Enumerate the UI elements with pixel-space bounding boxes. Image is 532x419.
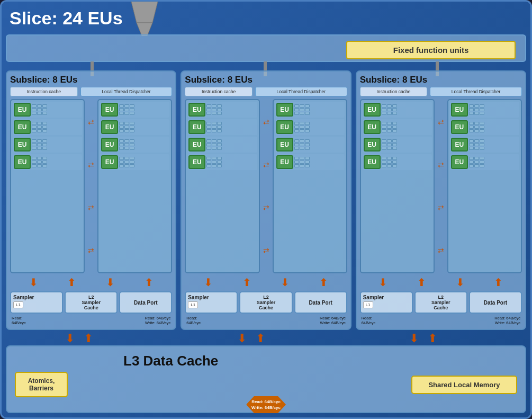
instr-cache-1: Instruction cache bbox=[10, 87, 78, 96]
l2-sampler-2-title: L2 Sampler Cache bbox=[257, 295, 276, 310]
subslice-1-header: Instruction cache Local Thread Dispatche… bbox=[10, 87, 172, 96]
l3-down-arrow-3: ⬇ bbox=[409, 332, 419, 345]
slice-title: Slice: 24 EUs bbox=[10, 8, 123, 29]
subslice-1-title: Subslice: 8 EUs bbox=[10, 75, 172, 85]
eu-row-1-4: EU bbox=[13, 154, 82, 170]
eu-row-r1-1: EU bbox=[100, 102, 169, 118]
eu-area-2: EU EU EU EU ⇄ ⇄ ⇄ ⇄ EU EU EU EU bbox=[185, 99, 347, 273]
l3-down-arrow-1: ⬇ bbox=[65, 332, 75, 345]
l2-sampler-1-title: L2 Sampler Cache bbox=[82, 295, 101, 310]
eu-area-3: EU EU EU EU ⇄ ⇄ ⇄ ⇄ EU EU EU EU bbox=[360, 99, 522, 273]
eu-row-r1-2: EU bbox=[100, 119, 169, 135]
eu-area-1: EU EU bbox=[10, 99, 172, 273]
shared-memory-box: Shared Local Memory bbox=[411, 376, 517, 394]
l3-up-arrow-1: ⬆ bbox=[84, 332, 93, 345]
bw-right-3: Read: 64B/cyc Write: 64B/cyc bbox=[494, 316, 520, 325]
eu-down-arrows-1: ⬇ ⬆ ⬇ ⬆ bbox=[10, 275, 172, 290]
l3-down-arrow-2: ⬇ bbox=[237, 332, 247, 345]
eu-group-left-3: EU EU EU EU bbox=[360, 99, 435, 273]
eu-orange-arrows-3: ⇄ ⇄ ⇄ ⇄ bbox=[437, 99, 445, 273]
subslice-3-bottom: Sampler L1 L2 Sampler Cache Data Port bbox=[360, 291, 522, 314]
data-port-1: Data Port bbox=[119, 291, 172, 314]
data-port-1-title: Data Port bbox=[134, 300, 157, 306]
eu-group-right-2: EU EU EU EU bbox=[273, 99, 347, 273]
atomics-box: Atomics, Barriers bbox=[15, 372, 68, 397]
sampler-3: Sampler L1 bbox=[360, 291, 413, 314]
bottom-diamond-container: Read: 64B/cyc Write: 64B/cyc bbox=[246, 396, 286, 413]
l3-up-arrow-2: ⬆ bbox=[256, 332, 265, 345]
l2-sampler-2: L2 Sampler Cache bbox=[239, 291, 292, 314]
sampler-2: Sampler L1 bbox=[185, 291, 238, 314]
subslice-2-title: Subslice: 8 EUs bbox=[185, 75, 347, 85]
eu-down-arrows-3: ⬇ ⬆ ⬇ ⬆ bbox=[360, 275, 522, 290]
bw-row-2: Read: 64B/cyc Read: 64B/cyc Write: 64B/c… bbox=[185, 315, 347, 326]
svg-marker-0 bbox=[131, 2, 158, 23]
subslices-container: Subslice: 8 EUs Instruction cache Local … bbox=[6, 70, 526, 330]
subslice-1-bottom: Sampler L1 L2 Sampler Cache Data Port bbox=[10, 291, 172, 314]
eu-label-1: EU bbox=[14, 103, 31, 117]
bw-row-1: Read: 64B/cyc Read: 64B/cyc Write: 64B/c… bbox=[10, 315, 172, 326]
l3-title: L3 Data Cache bbox=[123, 353, 218, 369]
eu-down-arrows-2: ⬇ ⬆ ⬇ ⬆ bbox=[185, 275, 347, 290]
l2-sampler-3: L2 Sampler Cache bbox=[414, 291, 467, 314]
sampler-1-title: Sampler bbox=[13, 295, 60, 300]
eu-row-r1-4: EU bbox=[100, 154, 169, 170]
bw-left-2: Read: 64B/cyc bbox=[186, 316, 201, 325]
subslice-3: Subslice: 8 EUs Instruction cache Local … bbox=[356, 70, 526, 330]
subslice-2: Subslice: 8 EUs Instruction cache Local … bbox=[181, 70, 351, 330]
instr-cache-2: Instruction cache bbox=[185, 87, 253, 96]
thread-disp-3: Local Thread Dispatcher bbox=[430, 87, 522, 96]
l2-sampler-1: L2 Sampler Cache bbox=[65, 291, 118, 314]
subslice-1: Subslice: 8 EUs Instruction cache Local … bbox=[6, 70, 176, 330]
eu-row-r1-3: EU bbox=[100, 137, 169, 153]
eu-label-3: EU bbox=[14, 138, 31, 151]
bw-left-3: Read: 64B/cyc bbox=[362, 316, 376, 325]
sampler-3-title: Sampler bbox=[363, 295, 410, 300]
subslice-3-header: Instruction cache Local Thread Dispatche… bbox=[360, 87, 522, 96]
eu-group-right-1: EU EU bbox=[97, 99, 172, 273]
sampler-2-l1: L1 bbox=[188, 301, 198, 308]
eu-row-1-1: EU bbox=[13, 102, 82, 118]
main-container: Slice: 24 EUs Fixed function units Subsl… bbox=[0, 0, 532, 419]
bw-left-1: Read: 64B/cyc bbox=[12, 316, 26, 325]
data-port-3-title: Data Port bbox=[484, 300, 507, 306]
eu-regs-3 bbox=[32, 139, 81, 150]
eu-regs-1 bbox=[32, 104, 81, 115]
bottom-bw-text: Read: 64B/cyc Write: 64B/cyc bbox=[246, 396, 286, 413]
bw-right-1: Read: 64B/cyc Write: 64B/cyc bbox=[145, 316, 171, 325]
top-input-arrow bbox=[129, 2, 160, 33]
sampler-1: Sampler L1 bbox=[10, 291, 63, 314]
l3-up-arrow-3: ⬆ bbox=[428, 332, 437, 345]
subslice-2-header: Instruction cache Local Thread Dispatche… bbox=[185, 87, 347, 96]
thread-disp-1: Local Thread Dispatcher bbox=[80, 87, 173, 96]
eu-group-left-1: EU EU bbox=[10, 99, 85, 273]
eu-orange-arrows-1: ⇄ ⇄ ⇄ ⇄ bbox=[87, 99, 95, 273]
bw-row-3: Read: 64B/cyc Read: 64B/cyc Write: 64B/c… bbox=[360, 315, 522, 326]
l2-sampler-3-title: L2 Sampler Cache bbox=[431, 295, 450, 310]
bw-right-2: Read: 64B/cyc Write: 64B/cyc bbox=[320, 316, 346, 325]
data-port-2-title: Data Port bbox=[309, 300, 332, 306]
eu-row-1-3: EU bbox=[13, 137, 82, 153]
fixed-function-box: Fixed function units bbox=[346, 41, 516, 59]
eu-label-r1: EU bbox=[101, 103, 118, 117]
eu-group-right-3: EU EU EU EU bbox=[447, 99, 522, 273]
data-port-3: Data Port bbox=[469, 291, 522, 314]
subslice-2-bottom: Sampler L1 L2 Sampler Cache Data Port bbox=[185, 291, 347, 314]
subslice-3-title: Subslice: 8 EUs bbox=[360, 75, 522, 85]
thread-disp-2: Local Thread Dispatcher bbox=[255, 87, 347, 96]
sampler-3-l1: L1 bbox=[363, 301, 373, 308]
sampler-1-l1: L1 bbox=[13, 301, 23, 308]
eu-row-1-2: EU bbox=[13, 119, 82, 135]
sampler-2-title: Sampler bbox=[188, 295, 235, 300]
data-port-2: Data Port bbox=[294, 291, 347, 314]
instr-cache-3: Instruction cache bbox=[360, 87, 428, 96]
eu-group-left-2: EU EU EU EU bbox=[185, 99, 259, 273]
eu-orange-arrows-2: ⇄ ⇄ ⇄ ⇄ bbox=[262, 99, 270, 273]
eu-regs-4 bbox=[32, 157, 81, 167]
eu-label-2: EU bbox=[14, 120, 31, 134]
eu-regs-2 bbox=[32, 122, 81, 132]
eu-label-4: EU bbox=[14, 155, 31, 169]
